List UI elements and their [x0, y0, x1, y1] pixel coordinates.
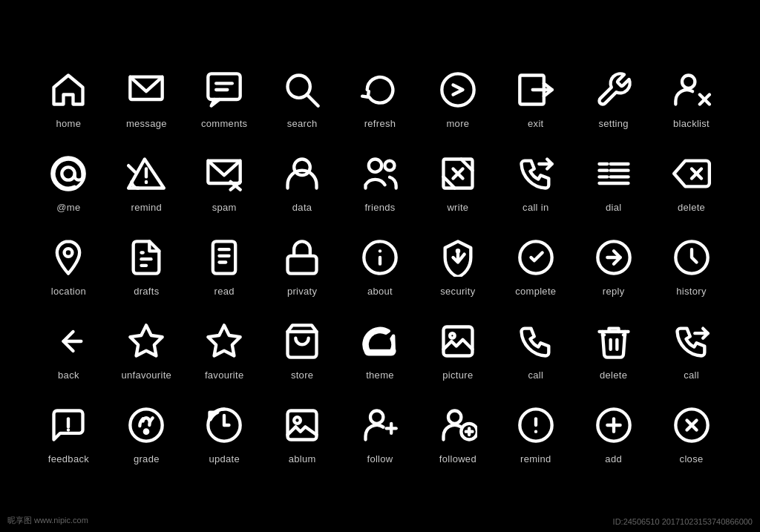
svg-point-15 [62, 167, 75, 180]
icon-blacklist[interactable]: blacklist [652, 60, 730, 137]
icon-security[interactable]: security [419, 228, 497, 304]
icon-delete2[interactable]: delete [574, 312, 652, 388]
svg-point-6 [442, 73, 474, 105]
icon-drafts[interactable]: drafts [108, 228, 186, 304]
icon-exit[interactable]: exit [497, 60, 574, 137]
icon-about[interactable]: about [341, 228, 419, 304]
svg-marker-58 [209, 325, 240, 355]
icon-atme[interactable]: @me [30, 144, 108, 220]
svg-line-19 [128, 165, 135, 172]
svg-point-67 [131, 409, 163, 441]
svg-point-24 [369, 160, 381, 172]
icon-remind[interactable]: remind [108, 144, 186, 220]
svg-line-5 [307, 95, 318, 106]
icon-feedback[interactable]: feedback [30, 395, 108, 472]
svg-rect-47 [288, 256, 317, 274]
icon-friends[interactable]: friends [341, 144, 419, 220]
icon-refresh[interactable]: refresh [341, 60, 419, 137]
svg-point-11 [682, 76, 695, 88]
icon-unfavourite[interactable]: unfavourite [108, 312, 186, 388]
icon-complete[interactable]: complete [497, 228, 574, 304]
icon-theme[interactable]: theme [341, 312, 419, 388]
svg-marker-57 [131, 325, 163, 355]
icon-picture[interactable]: picture [419, 312, 497, 388]
icon-write[interactable]: write [419, 144, 497, 220]
svg-point-68 [145, 430, 148, 433]
icon-dial[interactable]: dial [574, 144, 652, 220]
watermark-left: 昵享图 www.nipic.com [7, 515, 88, 526]
icon-close[interactable]: close [652, 395, 730, 472]
svg-point-61 [450, 333, 455, 338]
icon-spam[interactable]: spam [186, 144, 263, 220]
icon-call[interactable]: call [497, 312, 574, 388]
svg-point-73 [294, 417, 301, 424]
icon-location[interactable]: location [30, 228, 108, 304]
icon-history[interactable]: history [652, 228, 730, 304]
icon-data[interactable]: data [263, 144, 341, 220]
svg-point-74 [370, 411, 383, 424]
icon-delete1[interactable]: delete [652, 144, 730, 220]
svg-rect-60 [443, 327, 472, 356]
watermark-right: ID:24506510 20171023153740866000 [613, 517, 753, 526]
icon-grid: home message comments search refresh mor… [0, 38, 760, 494]
svg-rect-1 [209, 73, 240, 99]
icon-comments[interactable]: comments [186, 60, 263, 137]
icon-remind2[interactable]: remind [497, 395, 574, 472]
svg-rect-72 [288, 411, 317, 440]
icon-followed[interactable]: followed [419, 395, 497, 472]
icon-add[interactable]: add [574, 395, 652, 472]
svg-point-77 [448, 411, 461, 424]
icon-setting[interactable]: setting [574, 60, 652, 137]
icon-message[interactable]: message [108, 60, 186, 137]
icon-follow[interactable]: follow [341, 395, 419, 472]
icon-call2[interactable]: call [652, 312, 730, 388]
icon-favourite[interactable]: favourite [186, 312, 263, 388]
icon-store[interactable]: store [263, 312, 341, 388]
icon-read[interactable]: read [186, 228, 263, 304]
icon-reply[interactable]: reply [574, 228, 652, 304]
icon-search[interactable]: search [263, 60, 341, 137]
icon-privaty[interactable]: privaty [263, 228, 341, 304]
icon-update[interactable]: update [186, 395, 263, 472]
icon-back[interactable]: back [30, 312, 108, 388]
icon-grade[interactable]: grade [108, 395, 186, 472]
svg-point-52 [457, 250, 459, 252]
icon-more[interactable]: more [419, 60, 497, 137]
icon-home[interactable]: home [30, 60, 108, 137]
svg-point-39 [65, 249, 73, 257]
svg-point-25 [384, 161, 394, 171]
icon-callin[interactable]: call in [497, 144, 574, 220]
icon-ablum[interactable]: ablum [263, 395, 341, 472]
